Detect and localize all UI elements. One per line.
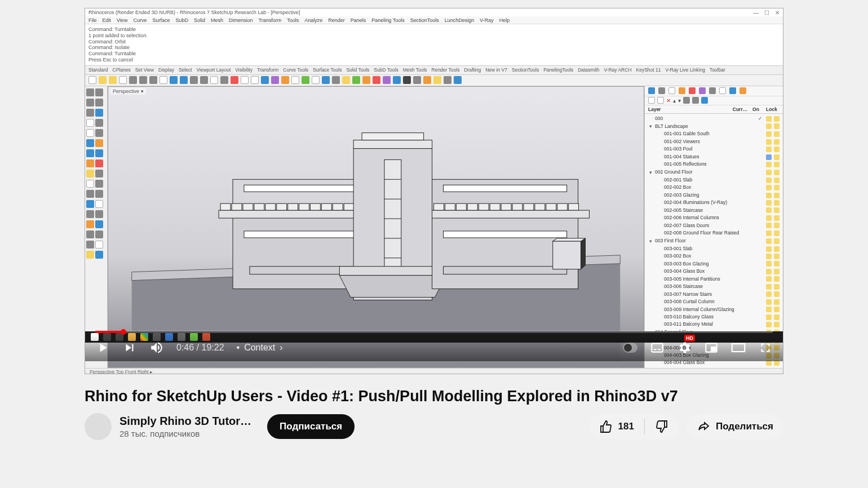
- panel-tab-icon[interactable]: [679, 87, 685, 94]
- tool-icon[interactable]: [95, 159, 103, 167]
- toolbar-icon[interactable]: [383, 76, 391, 84]
- layer-visible-icon[interactable]: [766, 139, 772, 145]
- layer-visible-icon[interactable]: [766, 131, 772, 137]
- tool-icon[interactable]: [95, 129, 103, 137]
- tool-icon[interactable]: [95, 220, 103, 228]
- tool-icon[interactable]: [86, 129, 94, 137]
- menu-item[interactable]: Edit: [103, 17, 112, 23]
- layer-lock-icon[interactable]: [774, 223, 780, 228]
- layer-lock-icon[interactable]: [774, 261, 780, 267]
- tool-icon[interactable]: [95, 139, 103, 147]
- toolbar-icon[interactable]: [129, 76, 137, 84]
- toolbar-tab[interactable]: Viewport Layout: [197, 67, 231, 73]
- like-button[interactable]: 181: [589, 414, 644, 439]
- delete-layer-icon[interactable]: ✕: [666, 97, 671, 104]
- rhino-left-toolbar[interactable]: [85, 86, 108, 368]
- layer-list[interactable]: 000✓▾BLT Landscape001-001 Gable South001…: [645, 114, 783, 368]
- layer-row[interactable]: 001-001 Gable South: [645, 130, 783, 137]
- channel-avatar[interactable]: [85, 413, 112, 440]
- toolbar-tab[interactable]: Mesh Tools: [403, 67, 427, 73]
- tool-icon[interactable]: [95, 119, 103, 127]
- toolbar-icon[interactable]: [312, 76, 320, 84]
- rhino-viewport[interactable]: Perspective ▾: [108, 86, 644, 368]
- toolbar-icon[interactable]: [352, 76, 360, 84]
- layer-row[interactable]: 002-002 Box: [645, 184, 783, 191]
- toolbar-icon[interactable]: [170, 76, 178, 84]
- toolbar-icon[interactable]: [271, 76, 279, 84]
- toolbar-icon[interactable]: [403, 76, 411, 84]
- layer-visible-icon[interactable]: [766, 254, 772, 259]
- toolbar-tab[interactable]: Visibility: [235, 67, 253, 73]
- toolbar-tab[interactable]: Solid Tools: [346, 67, 369, 73]
- toolbar-icon[interactable]: [139, 76, 147, 84]
- layer-lock-icon[interactable]: [774, 322, 780, 327]
- toolbar-tab[interactable]: SubD Tools: [374, 67, 398, 73]
- toolbar-tab[interactable]: CPlanes: [113, 67, 131, 73]
- layer-row[interactable]: 001-002 Viewers: [645, 138, 783, 145]
- layer-row[interactable]: ▾BLT Landscape: [645, 122, 783, 130]
- tool-icon[interactable]: [86, 119, 94, 127]
- layer-row[interactable]: 003-007 Narrow Stairs: [645, 291, 783, 298]
- layer-lock-icon[interactable]: [774, 131, 780, 137]
- layer-twisty-icon[interactable]: ▾: [649, 123, 655, 130]
- tool-icon[interactable]: [95, 190, 103, 198]
- layer-toolbar[interactable]: ✕ ▴ ▾: [645, 96, 783, 105]
- layer-visible-icon[interactable]: [766, 162, 772, 167]
- maximize-icon[interactable]: ☐: [764, 10, 769, 16]
- toolbar-icon[interactable]: [332, 76, 340, 84]
- layer-lock-icon[interactable]: [774, 116, 780, 122]
- toolbar-tab[interactable]: V-Ray ARCH: [604, 67, 631, 73]
- fullscreen-button[interactable]: [758, 340, 773, 355]
- layer-row[interactable]: 002-001 Slab: [645, 176, 783, 184]
- menu-item[interactable]: File: [88, 17, 97, 23]
- menu-item[interactable]: Dimension: [229, 17, 253, 23]
- toolbar-icon[interactable]: [261, 76, 269, 84]
- move-down-icon[interactable]: ▾: [678, 97, 681, 104]
- menu-item[interactable]: SubD: [175, 17, 188, 23]
- toolbar-icon[interactable]: [291, 76, 299, 84]
- layer-lock-icon[interactable]: [774, 207, 780, 213]
- menu-item[interactable]: Paneling Tools: [371, 17, 404, 23]
- panel-tab-icon[interactable]: [699, 87, 706, 94]
- new-sublayer-icon[interactable]: [657, 97, 664, 104]
- layer-row[interactable]: 002-006 Internal Columns: [645, 214, 783, 221]
- tool-icon[interactable]: [86, 99, 94, 107]
- layer-row[interactable]: 003-001 Slab: [645, 245, 783, 252]
- tool-icon[interactable]: [86, 200, 94, 208]
- layer-row[interactable]: 003-003 Box Glazing: [645, 260, 783, 268]
- layer-lock-icon[interactable]: [774, 139, 780, 145]
- panel-tab-icon[interactable]: [739, 87, 746, 94]
- menu-item[interactable]: LunchDesign: [445, 17, 475, 23]
- toolbar-icon[interactable]: [99, 76, 107, 84]
- layer-lock-icon[interactable]: [774, 154, 780, 160]
- layer-row[interactable]: 003-002 Box: [645, 252, 783, 260]
- toolbar-icon[interactable]: [220, 76, 228, 84]
- move-up-icon[interactable]: ▴: [673, 97, 676, 104]
- layer-visible-icon[interactable]: [766, 223, 772, 228]
- layer-lock-icon[interactable]: [774, 147, 780, 152]
- layer-visible-icon[interactable]: [766, 276, 772, 282]
- toolbar-icon[interactable]: [413, 76, 421, 84]
- video-player[interactable]: Rhinoceros (Render Ended 3D NURB) - Rhin…: [85, 8, 783, 374]
- minimize-icon[interactable]: —: [753, 10, 759, 16]
- captions-button[interactable]: [650, 340, 665, 355]
- close-icon[interactable]: ✕: [775, 10, 780, 16]
- layer-visible-icon[interactable]: [766, 200, 772, 206]
- toolbar-icon[interactable]: [231, 76, 238, 84]
- layer-lock-icon[interactable]: [774, 215, 780, 221]
- layer-lock-icon[interactable]: [774, 238, 780, 244]
- tool-icon[interactable]: [95, 88, 103, 96]
- tool-icon[interactable]: [86, 170, 94, 178]
- tool-icon[interactable]: [95, 230, 103, 238]
- tool-icon[interactable]: [86, 220, 94, 228]
- toolbar-icon[interactable]: [160, 76, 167, 84]
- toolbar-icon[interactable]: [342, 76, 350, 84]
- menu-item[interactable]: View: [117, 17, 127, 23]
- menu-item[interactable]: Solid: [194, 17, 205, 23]
- layer-row[interactable]: 002-005 Staircase: [645, 207, 783, 214]
- toolbar-tab[interactable]: Render Tools: [432, 67, 460, 73]
- panel-tab-icon[interactable]: [689, 87, 696, 94]
- layer-lock-icon[interactable]: [774, 246, 780, 252]
- toolbar-tab[interactable]: Standard: [88, 67, 108, 73]
- tool-icon[interactable]: [86, 210, 94, 218]
